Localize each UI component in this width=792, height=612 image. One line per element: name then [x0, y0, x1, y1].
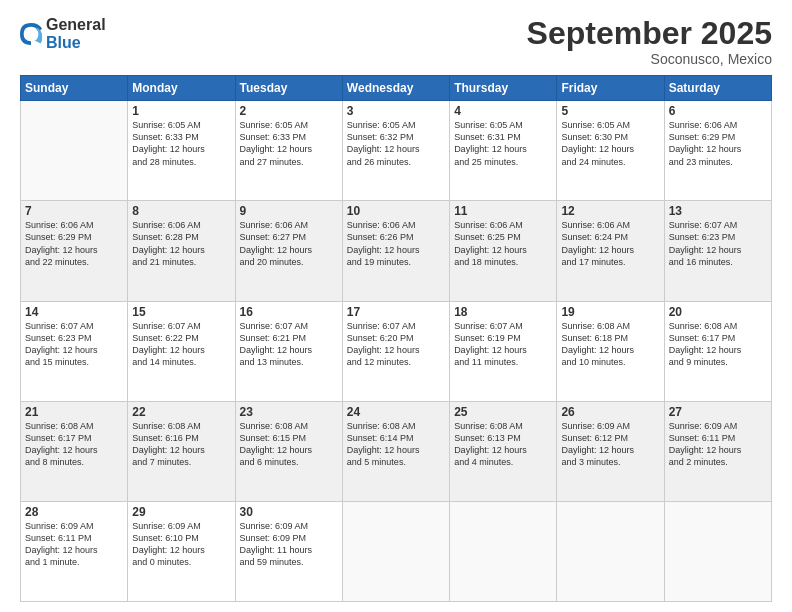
day-number: 12 [561, 204, 659, 218]
table-row: 28Sunrise: 6:09 AM Sunset: 6:11 PM Dayli… [21, 501, 128, 601]
logo-text: General Blue [46, 16, 106, 51]
col-saturday: Saturday [664, 76, 771, 101]
day-info: Sunrise: 6:05 AM Sunset: 6:30 PM Dayligh… [561, 119, 659, 168]
day-info: Sunrise: 6:06 AM Sunset: 6:29 PM Dayligh… [669, 119, 767, 168]
col-friday: Friday [557, 76, 664, 101]
page: General Blue September 2025 Soconusco, M… [0, 0, 792, 612]
day-number: 5 [561, 104, 659, 118]
table-row: 23Sunrise: 6:08 AM Sunset: 6:15 PM Dayli… [235, 401, 342, 501]
table-row: 5Sunrise: 6:05 AM Sunset: 6:30 PM Daylig… [557, 101, 664, 201]
table-row: 7Sunrise: 6:06 AM Sunset: 6:29 PM Daylig… [21, 201, 128, 301]
table-row [450, 501, 557, 601]
day-info: Sunrise: 6:07 AM Sunset: 6:22 PM Dayligh… [132, 320, 230, 369]
logo-line1: General [46, 16, 106, 34]
day-number: 28 [25, 505, 123, 519]
calendar-week-row: 28Sunrise: 6:09 AM Sunset: 6:11 PM Dayli… [21, 501, 772, 601]
day-info: Sunrise: 6:07 AM Sunset: 6:21 PM Dayligh… [240, 320, 338, 369]
day-number: 23 [240, 405, 338, 419]
table-row: 24Sunrise: 6:08 AM Sunset: 6:14 PM Dayli… [342, 401, 449, 501]
day-number: 1 [132, 104, 230, 118]
table-row [21, 101, 128, 201]
table-row: 27Sunrise: 6:09 AM Sunset: 6:11 PM Dayli… [664, 401, 771, 501]
table-row: 11Sunrise: 6:06 AM Sunset: 6:25 PM Dayli… [450, 201, 557, 301]
day-number: 21 [25, 405, 123, 419]
col-tuesday: Tuesday [235, 76, 342, 101]
col-thursday: Thursday [450, 76, 557, 101]
day-number: 7 [25, 204, 123, 218]
table-row: 26Sunrise: 6:09 AM Sunset: 6:12 PM Dayli… [557, 401, 664, 501]
day-number: 24 [347, 405, 445, 419]
table-row: 20Sunrise: 6:08 AM Sunset: 6:17 PM Dayli… [664, 301, 771, 401]
calendar-header-row: Sunday Monday Tuesday Wednesday Thursday… [21, 76, 772, 101]
logo: General Blue [20, 16, 106, 51]
col-wednesday: Wednesday [342, 76, 449, 101]
table-row: 14Sunrise: 6:07 AM Sunset: 6:23 PM Dayli… [21, 301, 128, 401]
day-info: Sunrise: 6:08 AM Sunset: 6:15 PM Dayligh… [240, 420, 338, 469]
day-info: Sunrise: 6:06 AM Sunset: 6:26 PM Dayligh… [347, 219, 445, 268]
day-info: Sunrise: 6:08 AM Sunset: 6:14 PM Dayligh… [347, 420, 445, 469]
header: General Blue September 2025 Soconusco, M… [20, 16, 772, 67]
col-sunday: Sunday [21, 76, 128, 101]
day-number: 4 [454, 104, 552, 118]
table-row: 6Sunrise: 6:06 AM Sunset: 6:29 PM Daylig… [664, 101, 771, 201]
day-number: 29 [132, 505, 230, 519]
table-row: 4Sunrise: 6:05 AM Sunset: 6:31 PM Daylig… [450, 101, 557, 201]
table-row: 25Sunrise: 6:08 AM Sunset: 6:13 PM Dayli… [450, 401, 557, 501]
day-info: Sunrise: 6:06 AM Sunset: 6:28 PM Dayligh… [132, 219, 230, 268]
calendar-week-row: 21Sunrise: 6:08 AM Sunset: 6:17 PM Dayli… [21, 401, 772, 501]
calendar-week-row: 1Sunrise: 6:05 AM Sunset: 6:33 PM Daylig… [21, 101, 772, 201]
day-info: Sunrise: 6:09 AM Sunset: 6:10 PM Dayligh… [132, 520, 230, 569]
table-row: 19Sunrise: 6:08 AM Sunset: 6:18 PM Dayli… [557, 301, 664, 401]
day-number: 3 [347, 104, 445, 118]
table-row: 29Sunrise: 6:09 AM Sunset: 6:10 PM Dayli… [128, 501, 235, 601]
table-row: 15Sunrise: 6:07 AM Sunset: 6:22 PM Dayli… [128, 301, 235, 401]
day-number: 8 [132, 204, 230, 218]
table-row: 3Sunrise: 6:05 AM Sunset: 6:32 PM Daylig… [342, 101, 449, 201]
title-area: September 2025 Soconusco, Mexico [527, 16, 772, 67]
location: Soconusco, Mexico [527, 51, 772, 67]
day-number: 14 [25, 305, 123, 319]
day-number: 30 [240, 505, 338, 519]
day-number: 17 [347, 305, 445, 319]
day-info: Sunrise: 6:08 AM Sunset: 6:17 PM Dayligh… [25, 420, 123, 469]
day-info: Sunrise: 6:06 AM Sunset: 6:27 PM Dayligh… [240, 219, 338, 268]
table-row: 13Sunrise: 6:07 AM Sunset: 6:23 PM Dayli… [664, 201, 771, 301]
calendar-week-row: 14Sunrise: 6:07 AM Sunset: 6:23 PM Dayli… [21, 301, 772, 401]
calendar-table: Sunday Monday Tuesday Wednesday Thursday… [20, 75, 772, 602]
table-row: 21Sunrise: 6:08 AM Sunset: 6:17 PM Dayli… [21, 401, 128, 501]
logo-line2: Blue [46, 34, 106, 52]
day-number: 15 [132, 305, 230, 319]
table-row: 10Sunrise: 6:06 AM Sunset: 6:26 PM Dayli… [342, 201, 449, 301]
day-info: Sunrise: 6:05 AM Sunset: 6:33 PM Dayligh… [240, 119, 338, 168]
day-info: Sunrise: 6:07 AM Sunset: 6:19 PM Dayligh… [454, 320, 552, 369]
day-number: 20 [669, 305, 767, 319]
day-number: 25 [454, 405, 552, 419]
table-row [342, 501, 449, 601]
day-info: Sunrise: 6:07 AM Sunset: 6:23 PM Dayligh… [669, 219, 767, 268]
day-info: Sunrise: 6:08 AM Sunset: 6:18 PM Dayligh… [561, 320, 659, 369]
day-info: Sunrise: 6:09 AM Sunset: 6:12 PM Dayligh… [561, 420, 659, 469]
table-row: 1Sunrise: 6:05 AM Sunset: 6:33 PM Daylig… [128, 101, 235, 201]
day-info: Sunrise: 6:06 AM Sunset: 6:25 PM Dayligh… [454, 219, 552, 268]
day-number: 13 [669, 204, 767, 218]
day-number: 18 [454, 305, 552, 319]
day-number: 2 [240, 104, 338, 118]
day-info: Sunrise: 6:05 AM Sunset: 6:33 PM Dayligh… [132, 119, 230, 168]
day-info: Sunrise: 6:09 AM Sunset: 6:09 PM Dayligh… [240, 520, 338, 569]
table-row: 30Sunrise: 6:09 AM Sunset: 6:09 PM Dayli… [235, 501, 342, 601]
day-number: 27 [669, 405, 767, 419]
calendar-week-row: 7Sunrise: 6:06 AM Sunset: 6:29 PM Daylig… [21, 201, 772, 301]
day-number: 10 [347, 204, 445, 218]
day-info: Sunrise: 6:08 AM Sunset: 6:13 PM Dayligh… [454, 420, 552, 469]
month-title: September 2025 [527, 16, 772, 51]
day-info: Sunrise: 6:07 AM Sunset: 6:20 PM Dayligh… [347, 320, 445, 369]
table-row [557, 501, 664, 601]
day-number: 6 [669, 104, 767, 118]
table-row: 17Sunrise: 6:07 AM Sunset: 6:20 PM Dayli… [342, 301, 449, 401]
logo-icon [20, 23, 42, 45]
day-info: Sunrise: 6:09 AM Sunset: 6:11 PM Dayligh… [669, 420, 767, 469]
day-info: Sunrise: 6:07 AM Sunset: 6:23 PM Dayligh… [25, 320, 123, 369]
day-number: 26 [561, 405, 659, 419]
table-row: 18Sunrise: 6:07 AM Sunset: 6:19 PM Dayli… [450, 301, 557, 401]
table-row: 8Sunrise: 6:06 AM Sunset: 6:28 PM Daylig… [128, 201, 235, 301]
